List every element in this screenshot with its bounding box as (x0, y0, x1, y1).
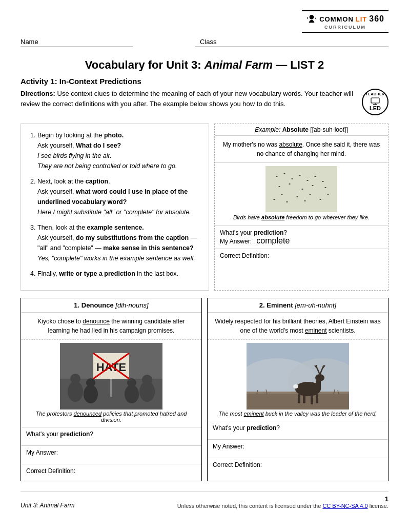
svg-rect-21 (110, 379, 112, 397)
example-my-answer-value: complete (256, 236, 290, 245)
word-card-1-num: 1. (74, 301, 79, 309)
logo-top: COMMONLIT 360 (306, 13, 384, 25)
hate-sign-svg: HATE (60, 343, 162, 410)
svg-rect-33 (316, 394, 318, 403)
step-4: Finally, write or type a prediction in t… (37, 269, 201, 279)
bird-image (265, 166, 337, 212)
badge-teacher-text: TEACHER (365, 92, 384, 96)
word-card-1-myanswer: My Answer: (21, 446, 201, 464)
example-caption: Birds have absolute freedom to go wherev… (230, 212, 373, 222)
word-card-1-word: Denounce (81, 301, 114, 309)
example-word: Absolute (282, 126, 309, 133)
directions-text: Use context clues to determine the meani… (21, 90, 353, 108)
word-card-2-prediction: What's your prediction? (208, 421, 388, 440)
step2-ans: Here I might substitute "all" or "comple… (37, 209, 191, 216)
word-card-2-sentence: Widely respected for his brilliant theor… (208, 313, 388, 340)
word-card-1-caption-underline: denounced (74, 411, 101, 417)
teacher-led-badge: TEACHER LED (362, 89, 388, 115)
word-card-2-word: Eminent (267, 301, 293, 309)
svg-point-13 (125, 385, 139, 403)
word-cards-grid: 1. Denounce [dih-nouns] Kiyoko chose to … (21, 298, 388, 481)
example-my-answer-label: My Answer: (220, 238, 252, 245)
step3-example: example sentence. (87, 224, 144, 231)
example-prediction-box: What's your prediction? My Answer: compl… (215, 226, 388, 249)
svg-rect-1 (371, 98, 379, 103)
example-pronunciation: [ab-suh-loot] (312, 126, 346, 133)
word-card-2-caption: The most eminent buck in the valley was … (217, 410, 379, 418)
class-label: Class (195, 38, 388, 47)
logo-box: COMMONLIT 360 CURRICULUM (302, 10, 388, 33)
svg-point-29 (315, 374, 324, 381)
word-card-1-pronunciation: [dih-nouns] (115, 301, 148, 309)
example-header: Example: Absolute [[ab-suh-loot]] (215, 124, 388, 136)
svg-point-0 (310, 15, 313, 19)
word-card-2: 2. Eminent [em-uh-nuhnt] Widely respecte… (207, 298, 388, 481)
footer: Unit 3: Animal Farm 1 Unless otherwise n… (21, 492, 388, 509)
example-correct-def-label: Correct Definition: (220, 252, 269, 259)
word-card-1-underline: denounce (83, 318, 110, 325)
name-class-row: Name Class (21, 38, 388, 49)
word-card-2-myanswer: My Answer: (208, 440, 388, 458)
svg-point-10 (86, 378, 95, 387)
step-2: Next, look at the caption. Ask yourself,… (37, 176, 201, 217)
svg-point-16 (142, 375, 152, 385)
step2-caption: caption (86, 178, 108, 185)
example-box: Example: Absolute [[ab-suh-loot]] My mot… (214, 124, 388, 291)
instructions-box: Begin by looking at the photo. Ask yours… (21, 124, 209, 291)
example-correct-def: Correct Definition: (215, 249, 388, 262)
svg-point-9 (84, 385, 98, 403)
word-card-2-image: The most eminent buck in the valley was … (208, 340, 388, 421)
word-card-1-image: HATE The protestors denounced policies t… (21, 340, 201, 427)
word-card-1: 1. Denounce [dih-nouns] Kiyoko chose to … (21, 298, 202, 481)
step4-bold: write or type a prediction (59, 270, 135, 277)
word-card-2-correctdef: Correct Definition: (208, 458, 388, 475)
step3-ans: Yes, "complete" works in the example sen… (37, 255, 195, 262)
steps-list: Begin by looking at the photo. Ask yours… (28, 130, 201, 279)
example-prediction-label: What's your prediction? (220, 229, 287, 236)
svg-point-8 (70, 374, 80, 384)
step1-ans2: They are not being controlled or told wh… (37, 162, 177, 170)
svg-rect-28 (316, 380, 321, 390)
activity1-heading: Activity 1: In-Context Predictions (21, 77, 388, 86)
name-label: Name (21, 38, 133, 47)
logo-icon (306, 13, 317, 25)
license-link[interactable]: CC BY-NC-SA 4.0 (322, 503, 367, 509)
step1-ans1: I see birds flying in the air. (37, 152, 112, 159)
word-card-1-sentence: Kiyoko chose to denounce the winning can… (21, 313, 201, 340)
footer-license: Unless otherwise noted, this content is … (177, 503, 388, 509)
step1-q: What do I see? (76, 142, 121, 149)
deer-svg (247, 343, 349, 410)
word-card-2-caption-underline: eminent (244, 411, 264, 417)
word-card-2-myanswer-label: My Answer: (213, 443, 244, 450)
svg-point-7 (68, 381, 83, 402)
word-card-2-pronunciation: [em-uh-nuhnt] (295, 301, 336, 309)
word-card-1-caption: The protestors denounced policies that p… (24, 410, 198, 424)
license-pre: Unless otherwise noted, this content is … (177, 503, 323, 509)
word-card-1-correctdef-label: Correct Definition: (26, 467, 75, 475)
logo-lit: LIT (356, 15, 367, 23)
license-post: license. (368, 503, 388, 509)
step2-q: what word could I use in place of the un… (37, 188, 188, 206)
word-card-1-header: 1. Denounce [dih-nouns] (21, 298, 201, 313)
step-1: Begin by looking at the photo. Ask yours… (37, 130, 201, 171)
badge-icon (370, 97, 380, 105)
activity-grid: Begin by looking at the photo. Ask yours… (21, 124, 388, 291)
caption-underline: absolute (261, 214, 284, 220)
svg-rect-30 (298, 394, 300, 403)
word-card-2-num: 2. (259, 301, 265, 309)
word-card-2-underline: eminent (305, 327, 327, 334)
footer-left: Unit 3: Animal Farm (21, 502, 75, 509)
logo-common: COMMON (319, 15, 354, 23)
directions-bold: Directions: (21, 90, 55, 97)
word-card-1-correctdef: Correct Definition: (21, 464, 201, 481)
page-title: Vocabulary for Unit 3: Animal Farm — LIS… (21, 58, 388, 72)
word-card-1-myanswer-label: My Answer: (26, 449, 58, 456)
footer-pagenum: 1 (177, 495, 388, 503)
example-sentence: My mother's no was absolute. Once she sa… (215, 136, 388, 163)
svg-point-40 (293, 384, 298, 388)
example-image-box: Birds have absolute freedom to go wherev… (215, 163, 388, 226)
header: COMMONLIT 360 CURRICULUM (21, 10, 388, 33)
example-label: Example: (255, 126, 280, 133)
word-card-2-pred-bold: prediction (247, 424, 276, 432)
svg-point-14 (127, 378, 136, 387)
